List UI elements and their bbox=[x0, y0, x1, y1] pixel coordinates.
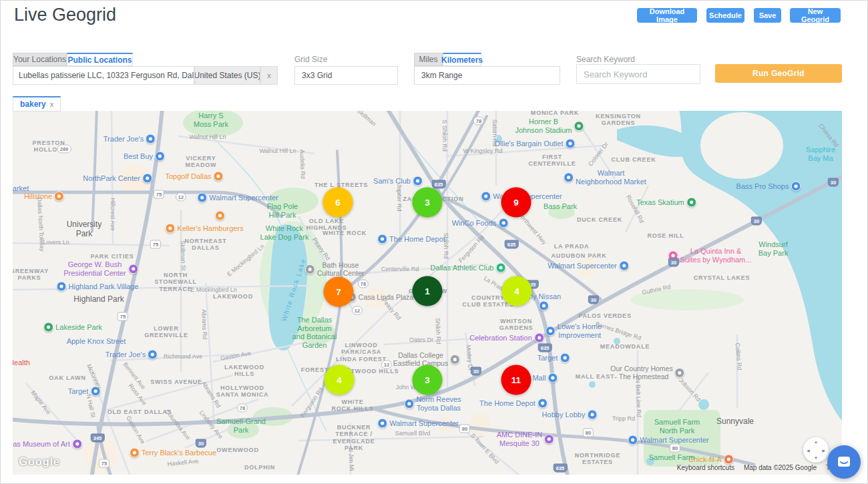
poi-label: Horner B Johnson Stadium bbox=[515, 117, 584, 134]
road-label: Skillman St bbox=[179, 240, 187, 270]
grid-size-select[interactable]: 3x3 Grid bbox=[294, 66, 398, 85]
location-remove-button[interactable]: x bbox=[260, 66, 278, 85]
range-select[interactable]: 3km Range bbox=[414, 66, 560, 85]
area-label: HOLLYWOOD SANTA MONICA bbox=[216, 385, 269, 399]
location-select[interactable]: Lubellas patisserie LLC, 10323 Ferguson … bbox=[13, 66, 194, 85]
highway-shield: 12 bbox=[176, 193, 186, 202]
poi-icon bbox=[214, 172, 224, 182]
search-keyword-input[interactable] bbox=[576, 64, 700, 84]
grid-rank-marker[interactable]: 9 bbox=[501, 188, 531, 218]
tab-kilometers[interactable]: Kilometers bbox=[443, 53, 481, 66]
road-label: E Mockingbird Ln bbox=[226, 243, 266, 278]
poi-icon bbox=[675, 368, 685, 378]
keyword-chip-bakery[interactable]: bakery x bbox=[13, 96, 61, 111]
poi-label: White Rock Lake bbox=[280, 258, 307, 322]
run-geogrid-button[interactable]: Run GeoGrid bbox=[715, 64, 842, 83]
intercom-chat-button[interactable] bbox=[827, 445, 861, 479]
pan-down-icon[interactable]: ▼ bbox=[814, 456, 818, 460]
road-label: Walnut Hill Ln bbox=[259, 148, 296, 154]
poi-icon bbox=[544, 435, 554, 445]
road-label: Shiloh Rd bbox=[443, 232, 449, 258]
map-overlays: PRESTON HOLLOWVICKERY MEADOWTHE L STREET… bbox=[13, 111, 842, 475]
road-label: Jobson Rd bbox=[678, 377, 702, 403]
map-data-text: Map data ©2025 Google bbox=[744, 464, 817, 471]
road-label: Colonel Dr bbox=[587, 141, 610, 168]
poi-icon bbox=[215, 211, 225, 221]
area-label: CRYSTAL LAKES bbox=[694, 274, 750, 281]
grid-rank-marker[interactable]: 3 bbox=[413, 365, 443, 395]
country-select[interactable]: United States (US) bbox=[194, 66, 260, 85]
keyboard-shortcuts-link[interactable]: Keyboard shortcuts bbox=[677, 464, 734, 471]
pan-up-icon[interactable]: ▲ bbox=[814, 440, 818, 444]
poi-icon bbox=[724, 455, 734, 465]
poi-label: AMC DINE-IN Mesquite 30 bbox=[497, 431, 554, 447]
highway-shield: 30 bbox=[668, 258, 679, 267]
road-label: Chiesa Rd bbox=[817, 122, 840, 148]
grid-rank-marker[interactable]: 4 bbox=[324, 365, 355, 395]
highway-shield: 635 bbox=[432, 180, 446, 189]
poi-icon bbox=[574, 122, 584, 132]
road-label: Abrams Rd bbox=[200, 380, 222, 409]
page-title: Live Geogrid bbox=[14, 5, 116, 25]
poi-label bbox=[215, 211, 227, 221]
road-label: Ferguson Rd bbox=[457, 234, 486, 264]
poi-icon bbox=[90, 387, 100, 397]
grid-rank-marker[interactable]: 3 bbox=[413, 188, 443, 218]
area-label: NORTHRIDGE ESTATES bbox=[575, 452, 621, 466]
pan-right-icon[interactable]: ▶ bbox=[822, 448, 825, 453]
grid-rank-marker[interactable]: 11 bbox=[501, 365, 531, 395]
geogrid-map[interactable]: PRESTON HOLLOWVICKERY MEADOWTHE L STREET… bbox=[13, 111, 842, 475]
poi-label: Sapphire Bay Ma bbox=[806, 146, 835, 162]
poi-icon bbox=[142, 174, 152, 184]
highway-shield: 635 bbox=[554, 464, 568, 473]
grid-rank-marker[interactable]: 6 bbox=[323, 188, 353, 218]
road-label: Rosehill Rd bbox=[625, 194, 646, 224]
tab-public-locations[interactable]: Public Locations bbox=[67, 53, 133, 66]
poi-label: Harry S Moss Park bbox=[194, 111, 228, 128]
area-label: DOLPHIN bbox=[244, 464, 275, 471]
grid-rank-marker[interactable]: 4 bbox=[502, 276, 532, 306]
grid-rank-marker[interactable]: 7 bbox=[324, 277, 354, 307]
keyword-chip-close-icon[interactable]: x bbox=[50, 100, 54, 108]
poi-label: Walmart Neighborhood Market bbox=[564, 169, 646, 186]
poi-label: Windsurf Bay Park bbox=[758, 240, 789, 257]
download-image-button[interactable]: Download Image bbox=[637, 8, 697, 23]
road-label: Guthrie Rd bbox=[642, 283, 672, 296]
schedule-button[interactable]: Schedule bbox=[706, 8, 744, 23]
road-label: S Shiloh Rd bbox=[441, 119, 448, 152]
poi-icon bbox=[560, 353, 570, 363]
pan-left-icon[interactable]: ◀ bbox=[807, 448, 810, 453]
road-label: Maple Ave bbox=[29, 389, 52, 415]
poi-label: as Museum of Art bbox=[13, 439, 82, 449]
tab-your-locations[interactable]: Your Locations bbox=[13, 53, 67, 66]
highway-shield: 289 bbox=[57, 145, 71, 154]
poi-label: Our Country Homes - The Homestead bbox=[610, 365, 684, 381]
tab-miles[interactable]: Miles bbox=[414, 53, 443, 66]
highway-shield: 12 bbox=[381, 360, 392, 369]
poi-label: Texas Skatium bbox=[636, 198, 696, 208]
poi-label: Ollie's Bargain Outlet bbox=[495, 139, 576, 149]
poi-label: WinCo Foods bbox=[452, 218, 509, 228]
road-label: Dallas North Tollway bbox=[36, 197, 46, 252]
road-label: Lovers Ln bbox=[43, 239, 69, 246]
road-label: Columbia Ave bbox=[164, 408, 192, 441]
map-pan-control[interactable]: ▲ ▼ ◀ ▶ bbox=[803, 437, 829, 463]
save-button[interactable]: Save bbox=[754, 8, 781, 23]
highway-shield: 80 bbox=[583, 429, 594, 437]
poi-icon bbox=[130, 448, 140, 458]
area-label: VICKERY MEADOW bbox=[186, 155, 217, 169]
poi-icon bbox=[148, 350, 158, 360]
poi-icon bbox=[686, 198, 696, 208]
grid-rank-marker[interactable]: 1 bbox=[413, 276, 443, 306]
map-attribution: Keyboard shortcuts Map data ©2025 Google… bbox=[677, 464, 835, 471]
area-label: OLD EAST DALLAS bbox=[107, 409, 172, 415]
road-label: McKinney bbox=[85, 363, 103, 390]
highway-shield: 75 bbox=[154, 190, 164, 199]
area-label: DUCK CREEK bbox=[577, 216, 622, 223]
poi-label: La Quinta Inn & Suites by Wyndham... bbox=[668, 247, 752, 264]
poi-label: Keller's Hamburgers bbox=[165, 224, 243, 234]
poi-label: Bath House Cultural Center bbox=[305, 261, 365, 277]
new-geogrid-button[interactable]: New Geogrid bbox=[790, 8, 841, 23]
chat-bubble-icon bbox=[835, 453, 853, 471]
poi-label: Target bbox=[68, 387, 101, 397]
